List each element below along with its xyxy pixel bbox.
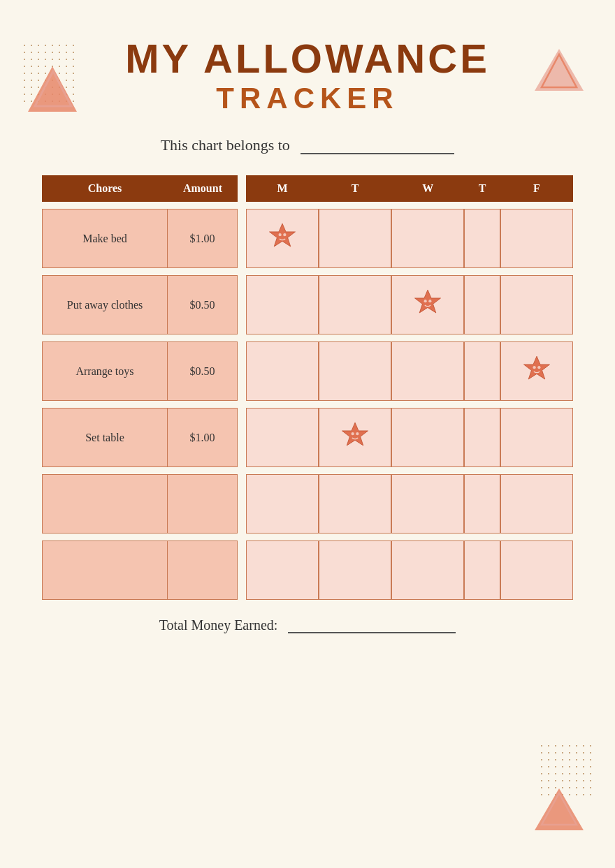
chore-cell-1: Put away clothes <box>42 275 168 334</box>
day-cell-2-2 <box>391 341 464 401</box>
svg-point-16 <box>352 432 354 435</box>
belongs-to-label: This chart belongs to <box>161 136 290 154</box>
amount-cell-5 <box>168 540 238 600</box>
day-cell-2-1 <box>319 341 391 401</box>
triangle-top-left-icon <box>21 56 84 122</box>
day-cell-2-0 <box>246 341 319 401</box>
title-line2: TRACKER <box>42 82 573 115</box>
day-cell-5-3 <box>464 540 500 600</box>
svg-point-10 <box>424 300 427 302</box>
total-label: Total Money Earned: <box>159 617 278 633</box>
header-day-t1: T <box>319 175 391 202</box>
star-icon <box>413 287 442 323</box>
svg-point-14 <box>537 366 540 369</box>
svg-marker-6 <box>270 223 296 247</box>
svg-point-11 <box>429 300 432 302</box>
table-row: Arrange toys $0.50 <box>42 341 573 401</box>
day-cell-5-2 <box>391 540 464 600</box>
svg-point-7 <box>279 233 282 236</box>
table-row <box>42 474 573 534</box>
col-gap-0 <box>238 209 246 268</box>
day-cell-4-3 <box>464 474 500 534</box>
day-cell-2-3 <box>464 341 500 401</box>
header-chores: Chores <box>42 175 168 202</box>
triangle-top-right-icon <box>531 42 587 101</box>
day-cell-0-1 <box>319 209 391 268</box>
title-line1: MY ALLOWANCE <box>42 35 573 82</box>
svg-point-13 <box>533 366 535 369</box>
header-day-f: F <box>500 175 573 202</box>
header-amount: Amount <box>168 175 238 202</box>
page: MY ALLOWANCE TRACKER This chart belongs … <box>0 0 615 868</box>
day-cell-3-3 <box>464 408 500 467</box>
day-cell-3-2 <box>391 408 464 467</box>
day-cell-0-3 <box>464 209 500 268</box>
col-gap <box>238 175 246 202</box>
col-gap-3 <box>238 408 246 467</box>
day-cell-1-4 <box>500 275 573 334</box>
total-line <box>288 632 456 633</box>
amount-cell-2: $0.50 <box>168 341 238 401</box>
day-cell-4-4 <box>500 474 573 534</box>
table-row <box>42 540 573 600</box>
svg-point-8 <box>283 233 286 236</box>
day-cell-4-1 <box>319 474 391 534</box>
day-cell-1-2 <box>391 275 464 334</box>
day-cell-0-2 <box>391 209 464 268</box>
day-cell-1-3 <box>464 275 500 334</box>
belongs-to-line <box>301 153 454 154</box>
day-cell-1-1 <box>319 275 391 334</box>
day-cell-4-2 <box>391 474 464 534</box>
amount-cell-3: $1.00 <box>168 408 238 467</box>
star-icon <box>522 353 551 389</box>
amount-cell-1: $0.50 <box>168 275 238 334</box>
title-section: MY ALLOWANCE TRACKER <box>42 35 573 115</box>
col-gap-2 <box>238 341 246 401</box>
header-day-t2: T <box>464 175 500 202</box>
day-cell-5-1 <box>319 540 391 600</box>
col-gap-4 <box>238 474 246 534</box>
day-cell-2-4 <box>500 341 573 401</box>
triangle-bottom-right-icon <box>531 781 587 840</box>
day-cell-5-0 <box>246 540 319 600</box>
star-icon <box>268 221 297 256</box>
chore-cell-3: Set table <box>42 408 168 467</box>
amount-cell-4 <box>168 474 238 534</box>
day-cell-3-1 <box>319 408 391 467</box>
day-cell-0-4 <box>500 209 573 268</box>
header-day-m: M <box>246 175 319 202</box>
table-row: Put away clothes $0.50 <box>42 275 573 334</box>
total-section: Total Money Earned: <box>42 617 573 633</box>
day-cell-4-0 <box>246 474 319 534</box>
chore-cell-2: Arrange toys <box>42 341 168 401</box>
day-cell-5-4 <box>500 540 573 600</box>
day-cell-1-0 <box>246 275 319 334</box>
svg-marker-15 <box>342 422 368 446</box>
col-gap-5 <box>238 540 246 600</box>
day-cell-3-0 <box>246 408 319 467</box>
header-day-w: W <box>391 175 464 202</box>
col-gap-1 <box>238 275 246 334</box>
tracker-table: Chores Amount M T W T F Make bed $1.00 <box>42 175 573 600</box>
amount-cell-0: $1.00 <box>168 209 238 268</box>
day-cell-0-0 <box>246 209 319 268</box>
svg-point-17 <box>356 432 359 435</box>
svg-marker-9 <box>415 290 441 313</box>
svg-marker-12 <box>523 356 549 379</box>
chore-cell-5 <box>42 540 168 600</box>
table-row: Make bed $1.00 <box>42 209 573 268</box>
table-row: Set table $1.00 <box>42 408 573 467</box>
belongs-to-section: This chart belongs to <box>42 136 573 154</box>
chore-cell-4 <box>42 474 168 534</box>
day-cell-3-4 <box>500 408 573 467</box>
chore-cell-0: Make bed <box>42 209 168 268</box>
star-icon <box>340 420 370 455</box>
